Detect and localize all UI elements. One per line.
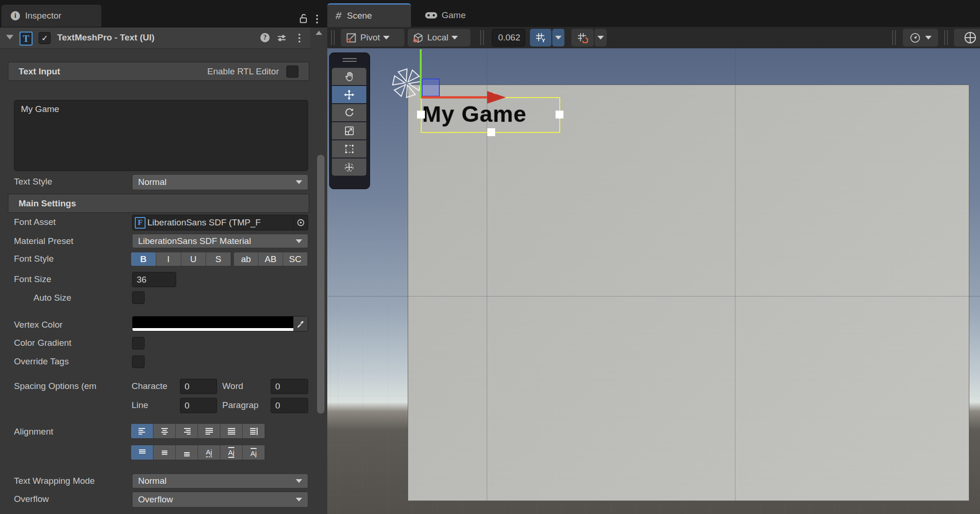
spacing-line-field[interactable]: 0 [180,398,217,413]
gamepad-icon [425,11,437,20]
text-input-section-bar[interactable]: Text Input Enable RTL Editor [8,62,309,81]
lock-open-icon[interactable] [298,13,309,24]
svg-text:Y: Y [542,38,545,43]
toolbar-separator [944,30,948,45]
text-input-header: Text Input [19,66,60,77]
grid-visibility-toggle[interactable]: Y [530,29,551,46]
align-geometry-center-button[interactable] [243,424,265,438]
lowercase-button[interactable]: ab [234,252,258,266]
help-icon[interactable]: ? [260,33,270,42]
italic-button[interactable]: I [156,252,181,266]
font-size-field[interactable]: 36 [132,272,176,287]
align-flush-button[interactable] [220,424,243,438]
hand-icon [344,71,355,82]
scrollbar-thumb[interactable] [317,155,324,414]
tab-game-label: Game [442,10,466,20]
pivot-dropdown[interactable]: Pivot [341,29,404,46]
hand-tool-button[interactable] [332,68,366,85]
chevron-down-icon [296,239,302,243]
snap-increment-toggle[interactable] [571,29,594,46]
override-tags-checkbox[interactable] [132,356,145,368]
align-bottom-button[interactable] [176,445,198,460]
color-gradient-checkbox[interactable] [132,337,145,349]
move-tool-button[interactable] [332,86,366,103]
rtl-editor-checkbox[interactable] [286,66,298,78]
overflow-dropdown[interactable]: Overflow [132,492,308,507]
align-justify-button[interactable] [198,424,220,438]
spacing-character-field[interactable]: 0 [180,379,217,394]
font-asset-object-field[interactable]: F LiberationSans SDF (TMP_F [132,215,308,231]
auto-size-checkbox[interactable] [132,291,145,304]
foldout-arrow-icon[interactable] [6,35,13,40]
tab-inspector-label: Inspector [25,11,61,21]
object-picker-icon[interactable] [293,215,308,230]
rect-handle-bottom[interactable] [487,128,495,136]
scene-camera-dropdown[interactable] [903,29,938,46]
vertex-color-label: Vertex Color [14,320,63,330]
presets-icon[interactable] [277,33,287,43]
tab-scene[interactable]: # Scene [327,3,411,27]
align-top-button[interactable] [131,445,153,460]
transform-tool-button[interactable] [332,158,366,176]
main-settings-header: Main Settings [19,198,76,209]
textmeshpro-component-icon: T [20,32,33,46]
gizmo-xy-plane[interactable] [422,79,440,97]
material-preset-label: Material Preset [14,236,73,246]
rect-handle-right[interactable] [556,111,563,119]
smallcaps-button[interactable]: SC [283,252,308,266]
color-alpha-bar [132,328,293,331]
scale-tool-button[interactable] [332,122,366,139]
pivot-icon [345,32,357,44]
rotate-tool-button[interactable] [332,104,366,121]
align-baseline-button[interactable]: Aj [198,445,220,460]
text-style-dropdown[interactable]: Normal [132,174,308,190]
anchor-star-gizmo[interactable] [392,68,422,98]
inspector-scrollbar[interactable] [311,27,327,514]
align-left-button[interactable] [131,424,153,438]
grid-options-arrow[interactable] [552,29,564,46]
underline-button[interactable]: U [181,252,206,266]
overlay-drag-handle[interactable] [343,58,357,59]
tab-game[interactable]: Game [418,6,472,25]
text-wrapping-dropdown[interactable]: Normal [132,474,308,488]
toolbar-drag-handle[interactable] [331,30,335,45]
overlay-drag-handle[interactable] [343,61,357,62]
bold-button[interactable]: B [131,252,156,266]
spacing-paragraph-field[interactable]: 0 [271,398,308,413]
spacing-word-field[interactable]: 0 [271,379,308,394]
main-settings-section-bar[interactable]: Main Settings [8,194,309,213]
chevron-down-icon [597,36,604,40]
rect-tool-button[interactable] [332,140,366,158]
text-input-textarea[interactable]: My Game [14,100,308,171]
gizmo-x-arrowhead[interactable] [487,91,506,104]
inspector-menu-kebab-icon[interactable] [315,14,319,24]
align-middle-button[interactable] [153,445,176,460]
grid-size-field[interactable]: 0.062 [492,29,525,46]
vertex-color-field[interactable] [132,316,308,331]
rtl-editor-label: Enable RTL Editor [207,66,279,77]
scene-viewport[interactable]: My Game [327,48,980,514]
auto-size-label: Auto Size [33,293,71,303]
align-midline-button[interactable]: Aj [220,445,243,460]
local-dropdown[interactable]: Local [408,29,470,46]
uppercase-button[interactable]: AB [258,252,283,266]
grid-major-line [327,296,980,297]
chevron-down-icon [555,36,562,40]
rect-handle-left[interactable] [417,111,425,119]
material-preset-dropdown[interactable]: LiberationSans SDF Material [132,234,308,248]
gizmos-toggle[interactable] [954,29,980,46]
component-menu-kebab-icon[interactable] [298,33,301,43]
gizmo-x-axis[interactable] [421,96,488,99]
scrollbar-up-arrow-icon[interactable] [316,31,322,35]
strikethrough-button[interactable]: S [206,252,231,266]
tab-inspector[interactable]: i Inspector [1,5,101,27]
align-right-button[interactable] [176,424,198,438]
align-center-button[interactable] [153,424,176,438]
material-preset-value: LiberationSans SDF Material [138,236,251,246]
snap-options-arrow[interactable] [595,29,607,46]
spacing-options-label: Spacing Options (em [14,381,96,391]
align-capline-button[interactable]: Aj [243,445,265,460]
component-enabled-checkbox[interactable]: ✓ [39,32,51,44]
rect-tool-icon [344,143,355,155]
eyedropper-icon[interactable] [293,316,308,331]
